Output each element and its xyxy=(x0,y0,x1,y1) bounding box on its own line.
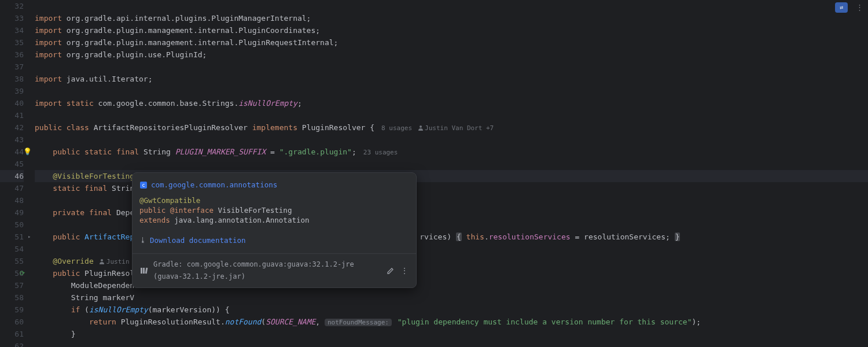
line-number: 50 xyxy=(0,219,24,231)
line-number: 33 xyxy=(0,12,24,24)
gutter: 32 33 34 35 36 37 38 39 40 41 42 43 44 4… xyxy=(0,0,31,347)
line-number: 46 xyxy=(0,170,24,182)
line-number: 59 xyxy=(0,304,24,316)
line-number: 38 xyxy=(0,73,24,85)
code-line xyxy=(35,109,868,121)
brace-match: } xyxy=(675,232,681,241)
line-number: 40 xyxy=(0,97,24,109)
line-number: 44 xyxy=(0,146,24,158)
code-line: import static com.google.common.base.Str… xyxy=(35,97,868,109)
parameter-hint: notFoundMessage: xyxy=(325,319,392,326)
usages-hint[interactable]: 8 usages xyxy=(374,124,412,132)
code-editor[interactable]: 32 33 34 35 36 37 38 39 40 41 42 43 44 4… xyxy=(0,0,868,347)
more-icon[interactable]: ⋮ xyxy=(400,266,409,275)
code-line: } xyxy=(35,328,868,340)
library-icon xyxy=(139,266,149,275)
code-line: public class ArtifactRepositoriesPluginR… xyxy=(35,121,868,134)
code-line xyxy=(35,85,868,97)
code-line: import org.gradle.plugin.management.inte… xyxy=(35,36,868,49)
author-hint[interactable]: Justin V xyxy=(94,258,137,265)
code-line: return PluginResolutionResult.notFound(S… xyxy=(35,316,868,328)
popup-footer-text: Gradle: com.google.common.guava:guava:32… xyxy=(153,259,381,283)
line-number: 58 xyxy=(0,291,24,304)
class-file-icon: c xyxy=(139,181,148,189)
svg-rect-4 xyxy=(145,268,148,274)
line-number: 42 xyxy=(0,121,24,134)
code-line xyxy=(35,61,868,73)
code-line: import org.gradle.plugin.use.PluginId; xyxy=(35,49,868,61)
svg-rect-2 xyxy=(141,268,142,274)
line-number: 62 xyxy=(0,340,24,347)
line-number: 39 xyxy=(0,85,24,97)
line-number: 36 xyxy=(0,49,24,61)
line-number: 51 xyxy=(0,231,24,243)
code-line xyxy=(35,0,868,12)
usages-hint[interactable]: 23 usages xyxy=(356,149,398,156)
code-line xyxy=(35,134,868,146)
quick-documentation-popup: c com.google.common.annotations @GwtComp… xyxy=(132,172,417,288)
popup-body: c com.google.common.annotations @GwtComp… xyxy=(133,173,416,253)
person-icon xyxy=(100,259,105,264)
svg-rect-3 xyxy=(143,268,145,274)
code-line: import java.util.Iterator; xyxy=(35,73,868,85)
override-gutter-icon[interactable]: ⟳ xyxy=(20,267,25,279)
brace-match: { xyxy=(456,232,462,241)
line-number: 47 xyxy=(0,182,24,194)
popup-package-link[interactable]: com.google.common.annotations xyxy=(151,179,277,191)
author-hint[interactable]: Justin Van Dort +7 xyxy=(412,124,494,132)
download-documentation-link[interactable]: Download documentation xyxy=(150,234,246,246)
line-number: 54 xyxy=(0,243,24,255)
line-number: 49 xyxy=(0,206,24,219)
line-number: 55 xyxy=(0,255,24,267)
line-number: 32 xyxy=(0,0,24,12)
download-documentation-row[interactable]: ⭳ Download documentation xyxy=(139,231,409,249)
code-line xyxy=(35,340,868,347)
code-line xyxy=(35,158,868,170)
line-number: 37 xyxy=(0,61,24,73)
line-number: 57 xyxy=(0,279,24,291)
line-number: 43 xyxy=(0,134,24,146)
code-line: import org.gradle.api.internal.plugins.P… xyxy=(35,12,868,24)
fold-arrow-icon[interactable]: ▸ xyxy=(28,231,31,243)
popup-footer: Gradle: com.google.common.guava:guava:32… xyxy=(133,253,416,287)
code-line: if (isNullOrEmpty(markerVersion)) { xyxy=(35,304,868,316)
code-line: import org.gradle.plugin.management.inte… xyxy=(35,24,868,36)
line-number: 60 xyxy=(0,316,24,328)
line-number: 41 xyxy=(0,109,24,121)
line-number: 48 xyxy=(0,194,24,206)
line-number: 35 xyxy=(0,36,24,49)
svg-text:c: c xyxy=(142,182,145,188)
code-line: 💡 public static final String PLUGIN_MARK… xyxy=(35,146,868,158)
popup-signature: @GwtCompatible public @interface Visible… xyxy=(139,195,409,225)
intention-bulb-icon[interactable]: 💡 xyxy=(23,146,30,153)
person-icon xyxy=(418,125,423,131)
line-number: 61 xyxy=(0,328,24,340)
download-icon: ⭳ xyxy=(139,234,146,246)
popup-package-row: c com.google.common.annotations xyxy=(139,179,409,191)
line-number: 45 xyxy=(0,158,24,170)
code-line: String markerV xyxy=(35,291,868,304)
edit-icon[interactable] xyxy=(386,266,395,275)
line-number: 34 xyxy=(0,24,24,36)
